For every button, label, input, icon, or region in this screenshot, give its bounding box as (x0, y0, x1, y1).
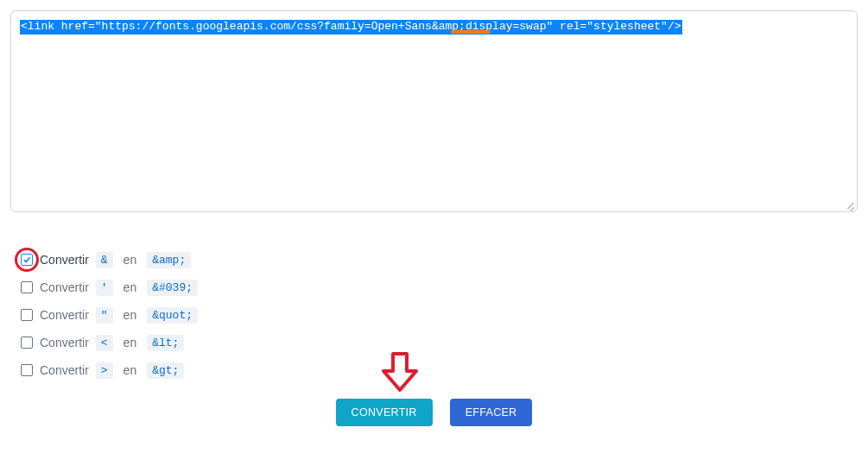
option-to: &quot; (147, 307, 198, 324)
checkbox-gt[interactable] (21, 364, 33, 376)
option-mid: en (124, 280, 137, 294)
option-label: Convertir (40, 253, 89, 267)
option-label: Convertir (40, 280, 89, 294)
checkbox-quot[interactable] (21, 309, 33, 321)
option-label: Convertir (40, 308, 89, 322)
options-list: Convertir & en &amp; Convertir ' en &#03… (21, 247, 858, 383)
checkbox-amp[interactable] (21, 254, 33, 266)
convert-button[interactable]: CONVERTIR (336, 399, 433, 426)
resize-handle-icon (843, 198, 855, 210)
highlight-underline (451, 30, 491, 34)
option-mid: en (124, 253, 137, 267)
option-label: Convertir (40, 336, 89, 349)
textarea-content: <link href="https://fonts.googleapis.com… (20, 20, 682, 35)
option-row-amp: Convertir & en &amp; (21, 247, 858, 273)
option-mid: en (124, 336, 137, 349)
input-textarea[interactable]: <link href="https://fonts.googleapis.com… (10, 10, 858, 212)
option-row-gt: Convertir > en &gt; (21, 357, 858, 383)
option-row-quot: Convertir " en &quot; (21, 302, 858, 328)
option-row-lt: Convertir < en &lt; (21, 330, 858, 355)
check-icon (22, 255, 31, 264)
option-from: < (96, 335, 113, 351)
checkbox-apos[interactable] (21, 281, 33, 293)
option-to: &#039; (147, 280, 198, 296)
option-to: &gt; (147, 362, 184, 379)
option-from: > (96, 362, 113, 379)
option-label: Convertir (40, 363, 89, 377)
option-from: " (96, 307, 113, 324)
option-from: & (96, 252, 113, 268)
checkbox-lt[interactable] (21, 337, 33, 349)
option-to: &amp; (147, 252, 191, 268)
option-mid: en (124, 308, 137, 322)
option-mid: en (124, 363, 137, 377)
clear-button[interactable]: EFFACER (450, 399, 533, 426)
option-row-apos: Convertir ' en &#039; (21, 274, 858, 300)
option-from: ' (96, 280, 113, 296)
button-row: CONVERTIR EFFACER (10, 399, 858, 426)
option-to: &lt; (147, 335, 184, 351)
